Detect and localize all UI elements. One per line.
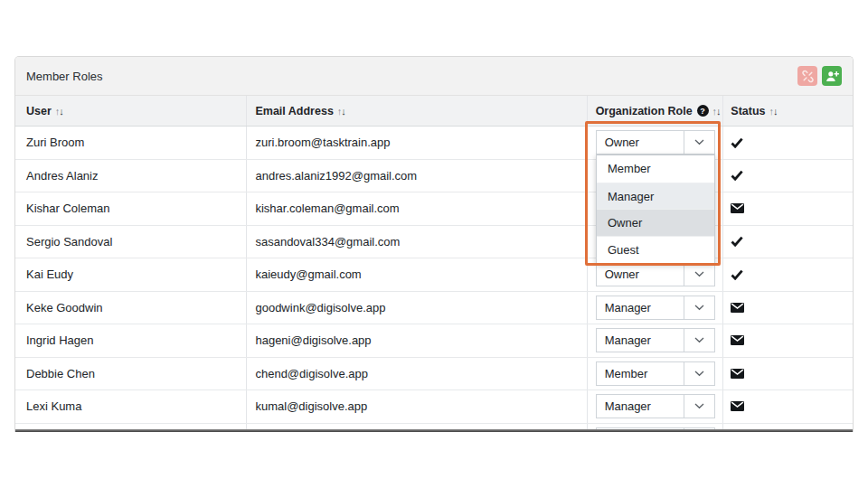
role-value: Member <box>597 367 684 380</box>
panel-header: Member Roles <box>15 57 853 96</box>
add-member-button[interactable] <box>822 66 842 86</box>
email-cell: zuri.broom@tasktrain.app <box>246 127 586 159</box>
status-cell <box>722 192 853 225</box>
user-cell: Lexi Kuma <box>15 390 246 423</box>
add-user-icon <box>826 70 839 83</box>
chevron-down-icon <box>684 428 714 432</box>
table-row: Keke Goodwin goodwink@digisolve.app Mana… <box>15 292 853 325</box>
email-cell: kumal@digisolve.app <box>246 390 586 423</box>
email-cell: satyam@betatestsolutions.com <box>246 424 586 433</box>
role-dropdown-menu: MemberManagerOwnerGuest <box>596 155 715 264</box>
email-cell: kaieudy@gmail.com <box>246 258 586 291</box>
status-cell <box>722 226 853 258</box>
role-select[interactable]: Manager <box>596 328 715 352</box>
chevron-down-icon <box>684 362 714 385</box>
status-cell <box>722 160 853 192</box>
email-cell: sasandoval334@gmail.com <box>246 226 586 258</box>
role-select[interactable]: Owner <box>596 427 715 432</box>
member-roles-panel: Member Roles <box>14 56 854 432</box>
table-row: Kishar Coleman kishar.coleman@gmail.com <box>15 192 853 226</box>
dropdown-option-guest[interactable]: Guest <box>597 236 714 263</box>
table-row: Lexi Kuma kumal@digisolve.app Manager <box>15 390 853 424</box>
status-cell <box>722 358 853 390</box>
sort-icon: ↑↓ <box>712 106 721 117</box>
help-icon[interactable]: ? <box>697 105 709 117</box>
status-cell <box>722 258 853 291</box>
role-cell: Owner <box>587 424 723 433</box>
sort-icon: ↑↓ <box>55 106 63 117</box>
unlink-icon <box>801 70 815 83</box>
status-cell <box>722 127 853 159</box>
role-select[interactable]: Manager <box>596 394 715 418</box>
email-cell: goodwink@digisolve.app <box>246 292 586 324</box>
chevron-down-icon <box>684 395 714 418</box>
check-icon <box>731 236 743 247</box>
role-value: Owner <box>597 136 684 149</box>
role-value: Manager <box>597 333 684 347</box>
check-icon <box>731 137 743 148</box>
envelope-icon <box>731 303 744 313</box>
email-cell: hageni@digisolve.app <box>246 324 586 357</box>
status-cell <box>722 424 853 433</box>
role-cell: Manager <box>587 390 723 423</box>
envelope-icon <box>731 335 744 345</box>
table-row: Zuri Broom zuri.broom@tasktrain.app Owne… <box>15 127 853 160</box>
table-row: Kai Eudy kaieudy@gmail.com Owner <box>15 258 853 292</box>
dropdown-option-member[interactable]: Member <box>597 155 714 183</box>
role-cell: Manager <box>587 324 723 357</box>
chevron-down-icon <box>684 296 714 319</box>
table-row: Ingrid Hagen hageni@digisolve.app Manage… <box>15 324 853 358</box>
status-cell <box>722 292 853 324</box>
user-cell: Andres Alaniz <box>15 160 246 192</box>
user-cell: Kishar Coleman <box>15 192 246 225</box>
column-header-role[interactable]: Organization Role ? ↑↓ <box>587 96 723 126</box>
email-cell: andres.alaniz1992@gmail.com <box>246 160 586 192</box>
role-value: Owner <box>597 267 684 281</box>
user-cell: Kai Eudy <box>15 258 246 291</box>
envelope-icon <box>731 401 744 411</box>
user-cell: Satyam Tiwary <box>15 424 246 433</box>
role-select[interactable]: Owner <box>596 262 715 286</box>
role-cell: Member <box>587 358 723 390</box>
dropdown-option-owner[interactable]: Owner <box>597 209 714 236</box>
column-header-email[interactable]: Email Address ↑↓ <box>246 96 586 126</box>
column-label-role: Organization Role <box>596 105 693 117</box>
role-cell: Manager <box>587 292 723 324</box>
role-value: Manager <box>597 399 684 413</box>
status-cell <box>722 390 853 423</box>
table-row: Satyam Tiwary satyam@betatestsolutions.c… <box>15 424 853 433</box>
user-cell: Sergio Sandoval <box>15 226 246 258</box>
user-cell: Zuri Broom <box>15 127 246 159</box>
column-label-email: Email Address <box>255 105 333 117</box>
envelope-icon <box>731 203 744 213</box>
chevron-down-icon <box>684 131 714 154</box>
user-cell: Keke Goodwin <box>15 292 246 324</box>
table-body: Zuri Broom zuri.broom@tasktrain.app Owne… <box>15 127 853 432</box>
column-label-status: Status <box>731 105 765 117</box>
user-cell: Ingrid Hagen <box>15 324 246 357</box>
sort-icon: ↑↓ <box>769 106 778 117</box>
user-cell: Debbie Chen <box>15 358 246 390</box>
role-select[interactable]: Manager <box>596 296 715 320</box>
role-select[interactable]: Member <box>596 361 715 386</box>
table-row: Sergio Sandoval sasandoval334@gmail.com <box>15 226 853 259</box>
column-label-user: User <box>26 105 52 117</box>
email-cell: chend@digisolve.app <box>246 358 586 390</box>
table-row: Andres Alaniz andres.alaniz1992@gmail.co… <box>15 160 853 193</box>
table-row: Debbie Chen chend@digisolve.app Member <box>15 358 853 391</box>
unlink-button[interactable] <box>797 66 817 86</box>
email-cell: kishar.coleman@gmail.com <box>246 192 586 225</box>
status-cell <box>722 324 853 357</box>
toolbar <box>797 66 842 86</box>
panel-title: Member Roles <box>26 70 103 83</box>
column-header-user[interactable]: User ↑↓ <box>15 96 246 126</box>
role-select[interactable]: Owner <box>596 130 715 155</box>
check-icon <box>731 170 743 181</box>
table-header-row: User ↑↓ Email Address ↑↓ Organization Ro… <box>15 96 853 127</box>
envelope-icon <box>731 369 744 379</box>
chevron-down-icon <box>684 263 714 286</box>
sort-icon: ↑↓ <box>337 106 345 117</box>
column-header-status[interactable]: Status ↑↓ <box>722 96 853 126</box>
dropdown-option-manager[interactable]: Manager <box>597 183 714 210</box>
role-value: Manager <box>597 301 684 314</box>
